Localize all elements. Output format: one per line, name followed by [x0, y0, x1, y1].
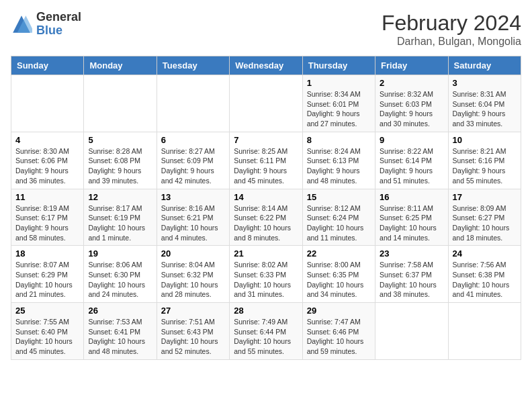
day-number: 14 — [234, 192, 298, 202]
header: General Blue February 2024 Darhan, Bulga… — [11, 11, 521, 48]
calendar-cell — [375, 303, 448, 360]
day-info: Sunrise: 8:27 AM Sunset: 6:09 PM Dayligh… — [161, 146, 225, 186]
header-row: SundayMondayTuesdayWednesdayThursdayFrid… — [11, 56, 521, 75]
day-info: Sunrise: 8:30 AM Sunset: 6:06 PM Dayligh… — [15, 146, 79, 186]
logo: General Blue — [11, 11, 81, 38]
header-day: Sunday — [11, 56, 84, 75]
calendar-cell: 21Sunrise: 8:02 AM Sunset: 6:33 PM Dayli… — [230, 246, 302, 303]
logo-general: General — [36, 11, 81, 24]
calendar-cell — [11, 75, 84, 132]
day-number: 6 — [161, 135, 225, 145]
calendar-cell: 2Sunrise: 8:32 AM Sunset: 6:03 PM Daylig… — [375, 75, 448, 132]
day-info: Sunrise: 8:28 AM Sunset: 6:08 PM Dayligh… — [88, 146, 152, 186]
day-info: Sunrise: 7:49 AM Sunset: 6:44 PM Dayligh… — [234, 317, 298, 357]
day-info: Sunrise: 8:04 AM Sunset: 6:32 PM Dayligh… — [161, 260, 225, 300]
day-info: Sunrise: 8:16 AM Sunset: 6:21 PM Dayligh… — [161, 203, 225, 243]
calendar-cell: 23Sunrise: 7:58 AM Sunset: 6:37 PM Dayli… — [375, 246, 448, 303]
day-number: 7 — [234, 135, 298, 145]
day-info: Sunrise: 7:56 AM Sunset: 6:38 PM Dayligh… — [453, 260, 517, 300]
title-area: February 2024 Darhan, Bulgan, Mongolia — [382, 11, 521, 48]
week-row: 25Sunrise: 7:55 AM Sunset: 6:40 PM Dayli… — [11, 303, 521, 360]
day-number: 4 — [15, 135, 79, 145]
day-info: Sunrise: 7:47 AM Sunset: 6:46 PM Dayligh… — [307, 317, 371, 357]
calendar-cell: 22Sunrise: 8:00 AM Sunset: 6:35 PM Dayli… — [302, 246, 375, 303]
day-info: Sunrise: 8:02 AM Sunset: 6:33 PM Dayligh… — [234, 260, 298, 300]
calendar-cell — [230, 75, 302, 132]
calendar-cell: 14Sunrise: 8:14 AM Sunset: 6:22 PM Dayli… — [230, 189, 302, 246]
day-number: 2 — [380, 78, 443, 88]
day-number: 13 — [161, 192, 225, 202]
header-day: Thursday — [302, 56, 375, 75]
calendar-cell: 13Sunrise: 8:16 AM Sunset: 6:21 PM Dayli… — [157, 189, 229, 246]
calendar-cell: 9Sunrise: 8:22 AM Sunset: 6:14 PM Daylig… — [375, 132, 448, 189]
week-row: 18Sunrise: 8:07 AM Sunset: 6:29 PM Dayli… — [11, 246, 521, 303]
calendar-cell: 12Sunrise: 8:17 AM Sunset: 6:19 PM Dayli… — [84, 189, 157, 246]
day-info: Sunrise: 8:00 AM Sunset: 6:35 PM Dayligh… — [307, 260, 371, 300]
day-number: 8 — [307, 135, 371, 145]
day-number: 22 — [307, 248, 371, 259]
day-number: 21 — [234, 248, 298, 259]
day-number: 17 — [453, 192, 517, 202]
day-info: Sunrise: 8:34 AM Sunset: 6:01 PM Dayligh… — [307, 89, 371, 129]
day-info: Sunrise: 8:06 AM Sunset: 6:30 PM Dayligh… — [88, 260, 152, 300]
day-number: 9 — [380, 135, 443, 145]
day-number: 18 — [15, 248, 79, 259]
calendar-table: SundayMondayTuesdayWednesdayThursdayFrid… — [11, 56, 521, 360]
week-row: 1Sunrise: 8:34 AM Sunset: 6:01 PM Daylig… — [11, 75, 521, 132]
calendar-cell: 16Sunrise: 8:11 AM Sunset: 6:25 PM Dayli… — [375, 189, 448, 246]
header-day: Wednesday — [230, 56, 302, 75]
day-info: Sunrise: 8:22 AM Sunset: 6:14 PM Dayligh… — [380, 146, 443, 186]
day-number: 27 — [161, 306, 225, 316]
calendar-cell: 28Sunrise: 7:49 AM Sunset: 6:44 PM Dayli… — [230, 303, 302, 360]
day-number: 11 — [15, 192, 79, 202]
day-info: Sunrise: 7:55 AM Sunset: 6:40 PM Dayligh… — [15, 317, 79, 357]
calendar-cell: 29Sunrise: 7:47 AM Sunset: 6:46 PM Dayli… — [302, 303, 375, 360]
calendar-cell: 8Sunrise: 8:24 AM Sunset: 6:13 PM Daylig… — [302, 132, 375, 189]
logo-text: General Blue — [36, 11, 81, 38]
calendar-cell: 15Sunrise: 8:12 AM Sunset: 6:24 PM Dayli… — [302, 189, 375, 246]
day-info: Sunrise: 7:53 AM Sunset: 6:41 PM Dayligh… — [88, 317, 152, 357]
day-number: 24 — [453, 248, 517, 259]
day-number: 15 — [307, 192, 371, 202]
day-info: Sunrise: 8:11 AM Sunset: 6:25 PM Dayligh… — [380, 203, 443, 243]
calendar-cell: 24Sunrise: 7:56 AM Sunset: 6:38 PM Dayli… — [448, 246, 521, 303]
calendar-cell: 10Sunrise: 8:21 AM Sunset: 6:16 PM Dayli… — [448, 132, 521, 189]
day-number: 3 — [453, 78, 517, 88]
subtitle: Darhan, Bulgan, Mongolia — [382, 36, 521, 48]
calendar-cell: 3Sunrise: 8:31 AM Sunset: 6:04 PM Daylig… — [448, 75, 521, 132]
day-number: 26 — [88, 306, 152, 316]
day-info: Sunrise: 8:12 AM Sunset: 6:24 PM Dayligh… — [307, 203, 371, 243]
day-number: 23 — [380, 248, 443, 259]
week-row: 4Sunrise: 8:30 AM Sunset: 6:06 PM Daylig… — [11, 132, 521, 189]
day-number: 12 — [88, 192, 152, 202]
calendar-cell: 5Sunrise: 8:28 AM Sunset: 6:08 PM Daylig… — [84, 132, 157, 189]
calendar-cell: 26Sunrise: 7:53 AM Sunset: 6:41 PM Dayli… — [84, 303, 157, 360]
calendar-cell: 1Sunrise: 8:34 AM Sunset: 6:01 PM Daylig… — [302, 75, 375, 132]
day-info: Sunrise: 8:07 AM Sunset: 6:29 PM Dayligh… — [15, 260, 79, 300]
calendar-cell: 27Sunrise: 7:51 AM Sunset: 6:43 PM Dayli… — [157, 303, 229, 360]
logo-blue: Blue — [36, 24, 81, 38]
day-info: Sunrise: 8:25 AM Sunset: 6:11 PM Dayligh… — [234, 146, 298, 186]
calendar-cell — [157, 75, 229, 132]
day-info: Sunrise: 8:32 AM Sunset: 6:03 PM Dayligh… — [380, 89, 443, 129]
day-info: Sunrise: 8:09 AM Sunset: 6:27 PM Dayligh… — [453, 203, 517, 243]
calendar-cell: 18Sunrise: 8:07 AM Sunset: 6:29 PM Dayli… — [11, 246, 84, 303]
logo-icon — [11, 13, 32, 35]
day-info: Sunrise: 8:19 AM Sunset: 6:17 PM Dayligh… — [15, 203, 79, 243]
day-number: 10 — [453, 135, 517, 145]
calendar-cell — [448, 303, 521, 360]
week-row: 11Sunrise: 8:19 AM Sunset: 6:17 PM Dayli… — [11, 189, 521, 246]
day-info: Sunrise: 8:14 AM Sunset: 6:22 PM Dayligh… — [234, 203, 298, 243]
calendar-cell: 17Sunrise: 8:09 AM Sunset: 6:27 PM Dayli… — [448, 189, 521, 246]
calendar-cell: 7Sunrise: 8:25 AM Sunset: 6:11 PM Daylig… — [230, 132, 302, 189]
header-day: Saturday — [448, 56, 521, 75]
day-info: Sunrise: 8:24 AM Sunset: 6:13 PM Dayligh… — [307, 146, 371, 186]
day-info: Sunrise: 8:21 AM Sunset: 6:16 PM Dayligh… — [453, 146, 517, 186]
day-info: Sunrise: 8:31 AM Sunset: 6:04 PM Dayligh… — [453, 89, 517, 129]
header-day: Friday — [375, 56, 448, 75]
header-day: Tuesday — [157, 56, 229, 75]
header-day: Monday — [84, 56, 157, 75]
main-title: February 2024 — [382, 11, 521, 36]
day-number: 29 — [307, 306, 371, 316]
day-info: Sunrise: 7:58 AM Sunset: 6:37 PM Dayligh… — [380, 260, 443, 300]
